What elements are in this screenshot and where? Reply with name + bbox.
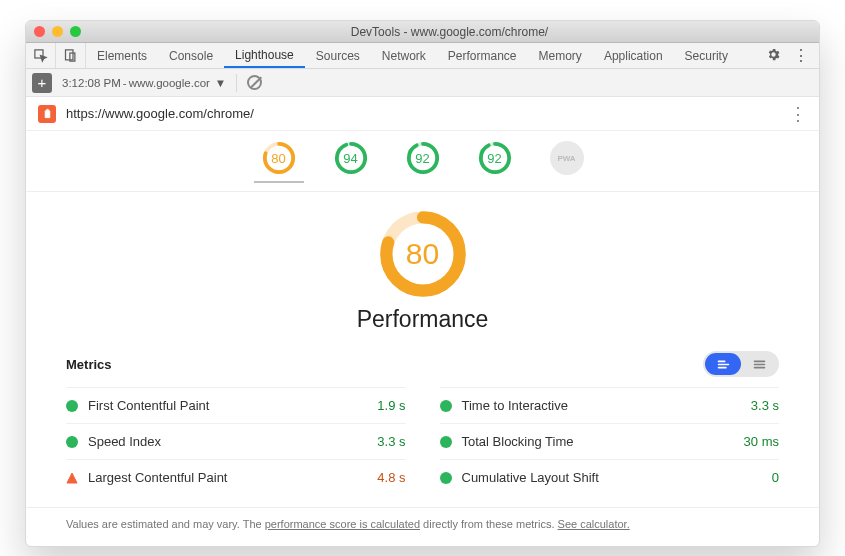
device-toggle-icon[interactable] bbox=[56, 43, 86, 68]
chevron-down-icon: ▼ bbox=[215, 77, 226, 89]
report-site: www.google.cor bbox=[129, 77, 210, 89]
page-url: https://www.google.com/chrome/ bbox=[66, 106, 779, 121]
metrics-heading: Metrics bbox=[66, 357, 112, 372]
performance-label: Performance bbox=[357, 306, 489, 333]
divider bbox=[236, 74, 237, 92]
metrics-view-toggle[interactable] bbox=[703, 351, 779, 377]
inspect-element-icon[interactable] bbox=[26, 43, 56, 68]
devtools-window: DevTools - www.google.com/chrome/ Elemen… bbox=[25, 20, 820, 547]
warning-triangle-icon bbox=[66, 472, 78, 484]
score-calc-link[interactable]: performance score is calculated bbox=[265, 518, 420, 530]
view-mode-compact[interactable] bbox=[741, 353, 777, 375]
new-report-button[interactable]: + bbox=[32, 73, 52, 93]
clear-icon[interactable] bbox=[247, 75, 262, 90]
calculator-link[interactable]: See calculator. bbox=[558, 518, 630, 530]
metric-name: Speed Index bbox=[88, 434, 367, 449]
lighthouse-subbar: + 3:12:08 PM - www.google.cor ▼ bbox=[26, 69, 819, 97]
kebab-menu-icon[interactable]: ⋮ bbox=[793, 46, 809, 65]
view-mode-expanded[interactable] bbox=[705, 353, 741, 375]
settings-gear-icon[interactable] bbox=[766, 47, 781, 65]
tab-network[interactable]: Network bbox=[371, 43, 437, 68]
window-title: DevTools - www.google.com/chrome/ bbox=[88, 25, 811, 39]
report-time: 3:12:08 PM bbox=[62, 77, 121, 89]
category-gauge-3[interactable]: 92 bbox=[470, 141, 520, 183]
metric-value: 3.3 s bbox=[377, 434, 405, 449]
pass-circle-icon bbox=[440, 436, 452, 448]
metric-value: 4.8 s bbox=[377, 470, 405, 485]
performance-gauge: 80 Performance bbox=[26, 192, 819, 343]
metric-value: 3.3 s bbox=[751, 398, 779, 413]
metric-row: Cumulative Layout Shift 0 bbox=[440, 459, 780, 495]
window-zoom[interactable] bbox=[70, 26, 81, 37]
metric-row: Largest Contentful Paint 4.8 s bbox=[66, 459, 406, 495]
metric-name: Cumulative Layout Shift bbox=[462, 470, 762, 485]
tab-performance[interactable]: Performance bbox=[437, 43, 528, 68]
tab-application[interactable]: Application bbox=[593, 43, 674, 68]
window-minimize[interactable] bbox=[52, 26, 63, 37]
tab-lighthouse[interactable]: Lighthouse bbox=[224, 43, 305, 68]
metric-row: First Contentful Paint 1.9 s bbox=[66, 387, 406, 423]
url-bar: https://www.google.com/chrome/ ⋮ bbox=[26, 97, 819, 131]
tab-console[interactable]: Console bbox=[158, 43, 224, 68]
category-gauge-1[interactable]: 94 bbox=[326, 141, 376, 183]
category-gauge-pwa[interactable]: PWA bbox=[542, 141, 592, 183]
tab-elements[interactable]: Elements bbox=[86, 43, 158, 68]
panel-tabs: Elements Console Lighthouse Sources Netw… bbox=[26, 43, 819, 69]
metric-row: Total Blocking Time 30 ms bbox=[440, 423, 780, 459]
metrics-grid: First Contentful Paint 1.9 s Time to Int… bbox=[66, 387, 779, 495]
lighthouse-icon bbox=[38, 105, 56, 123]
metrics-footnote: Values are estimated and may vary. The p… bbox=[26, 507, 819, 546]
metric-value: 0 bbox=[772, 470, 779, 485]
report-menu-icon[interactable]: ⋮ bbox=[789, 103, 807, 125]
tab-memory[interactable]: Memory bbox=[528, 43, 593, 68]
category-gauge-2[interactable]: 92 bbox=[398, 141, 448, 183]
pass-circle-icon bbox=[440, 472, 452, 484]
metric-row: Speed Index 3.3 s bbox=[66, 423, 406, 459]
metric-value: 30 ms bbox=[744, 434, 779, 449]
pass-circle-icon bbox=[440, 400, 452, 412]
window-close[interactable] bbox=[34, 26, 45, 37]
tab-sources[interactable]: Sources bbox=[305, 43, 371, 68]
category-gauges: 80 94 92 92PWA bbox=[26, 131, 819, 192]
metrics-section: Metrics First Contentful Paint 1.9 s Tim… bbox=[26, 343, 819, 507]
category-gauge-0[interactable]: 80 bbox=[254, 141, 304, 183]
pass-circle-icon bbox=[66, 436, 78, 448]
metric-row: Time to Interactive 3.3 s bbox=[440, 387, 780, 423]
metric-value: 1.9 s bbox=[377, 398, 405, 413]
pass-circle-icon bbox=[66, 400, 78, 412]
metric-name: First Contentful Paint bbox=[88, 398, 367, 413]
titlebar: DevTools - www.google.com/chrome/ bbox=[26, 21, 819, 43]
metric-name: Total Blocking Time bbox=[462, 434, 734, 449]
metric-name: Largest Contentful Paint bbox=[88, 470, 367, 485]
report-selector[interactable]: 3:12:08 PM - www.google.cor ▼ bbox=[62, 77, 226, 89]
tab-security[interactable]: Security bbox=[674, 43, 739, 68]
performance-score: 80 bbox=[406, 237, 439, 271]
metric-name: Time to Interactive bbox=[462, 398, 741, 413]
